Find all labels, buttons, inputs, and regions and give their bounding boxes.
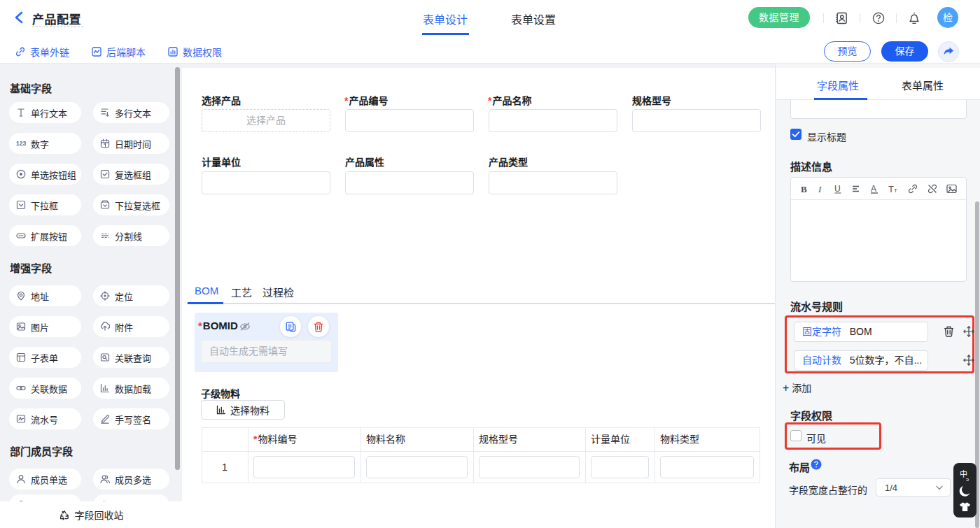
svg-text:I: I bbox=[818, 184, 822, 194]
svg-text:U: U bbox=[834, 184, 841, 194]
svg-text:T: T bbox=[888, 184, 894, 194]
svg-text:A: A bbox=[871, 184, 876, 194]
svg-text:ɔ: ɔ bbox=[966, 476, 969, 481]
svg-text:123: 123 bbox=[16, 140, 26, 147]
svg-text:T: T bbox=[894, 187, 897, 194]
svg-text:B: B bbox=[801, 184, 807, 194]
